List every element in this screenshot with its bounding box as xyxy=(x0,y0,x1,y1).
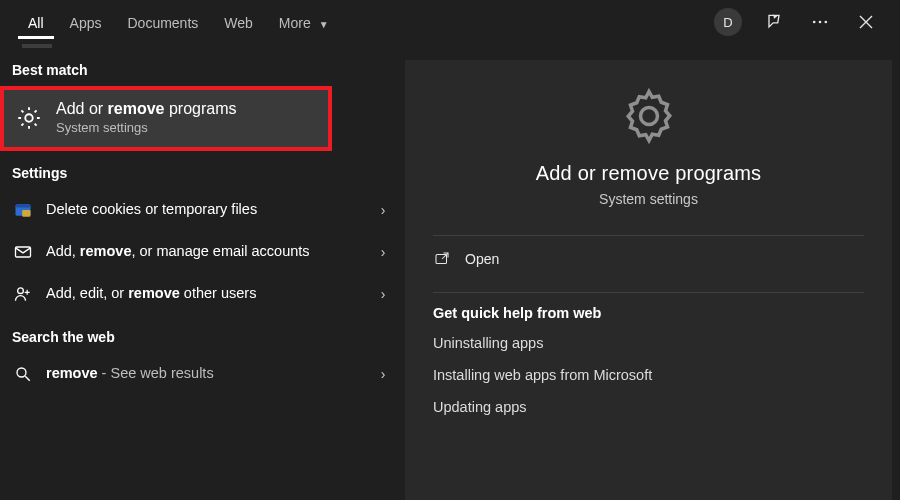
svg-rect-7 xyxy=(16,247,31,257)
svg-point-8 xyxy=(18,288,24,294)
quick-link-updating-apps[interactable]: Updating apps xyxy=(405,391,892,423)
quick-help-header: Get quick help from web xyxy=(405,293,892,327)
quick-link-uninstalling-apps[interactable]: Uninstalling apps xyxy=(405,327,892,359)
tab-more[interactable]: More ▼ xyxy=(269,5,339,39)
best-match-title-post: programs xyxy=(165,100,237,117)
tab-all[interactable]: All xyxy=(18,5,54,39)
open-action[interactable]: Open xyxy=(405,236,892,282)
best-match-subtitle: System settings xyxy=(56,120,237,135)
chevron-down-icon: ▼ xyxy=(319,19,329,30)
search-scope-tabs: All Apps Documents Web More ▼ xyxy=(18,5,339,39)
settings-item-delete-cookies[interactable]: Delete cookies or temporary files › xyxy=(0,189,405,231)
chevron-right-icon: › xyxy=(373,202,393,218)
preview-pane: Add or remove programs System settings O… xyxy=(405,60,892,500)
best-match-add-remove-programs[interactable]: Add or remove programs System settings xyxy=(0,86,332,151)
gear-icon xyxy=(617,84,681,148)
top-bar: All Apps Documents Web More ▼ D xyxy=(0,0,900,44)
feedback-icon[interactable] xyxy=(760,8,788,36)
settings-item-other-users[interactable]: Add, edit, or remove other users › xyxy=(0,273,405,315)
search-web-header: Search the web xyxy=(0,315,405,353)
svg-rect-5 xyxy=(16,204,31,207)
open-icon xyxy=(433,250,451,268)
top-right-icons: D xyxy=(714,8,894,36)
quick-link-installing-web-apps[interactable]: Installing web apps from Microsoft xyxy=(405,359,892,391)
tab-web[interactable]: Web xyxy=(214,5,263,39)
best-match-header: Best match xyxy=(0,48,405,86)
open-label: Open xyxy=(465,251,499,267)
more-options-icon[interactable] xyxy=(806,8,834,36)
web-result-label: remove - See web results xyxy=(46,364,361,384)
settings-item-label: Add, remove, or manage email accounts xyxy=(46,242,361,262)
mail-icon xyxy=(12,241,34,263)
web-result-remove[interactable]: remove - See web results › xyxy=(0,353,405,395)
svg-point-3 xyxy=(25,114,32,121)
gear-icon xyxy=(14,103,44,133)
main-content: Best match Add or remove programs System… xyxy=(0,48,900,500)
settings-header: Settings xyxy=(0,151,405,189)
best-match-text: Add or remove programs System settings xyxy=(56,100,237,135)
close-icon[interactable] xyxy=(852,8,880,36)
settings-item-label: Delete cookies or temporary files xyxy=(46,200,361,220)
svg-rect-6 xyxy=(22,210,30,217)
svg-point-1 xyxy=(819,21,822,24)
svg-point-10 xyxy=(640,108,657,125)
tab-more-label: More xyxy=(279,15,311,31)
tab-documents[interactable]: Documents xyxy=(117,5,208,39)
avatar[interactable]: D xyxy=(714,8,742,36)
search-icon xyxy=(12,363,34,385)
svg-point-0 xyxy=(813,21,816,24)
browser-cleanup-icon xyxy=(12,199,34,221)
settings-item-email-accounts[interactable]: Add, remove, or manage email accounts › xyxy=(0,231,405,273)
results-pane: Best match Add or remove programs System… xyxy=(0,48,405,500)
settings-item-label: Add, edit, or remove other users xyxy=(46,284,361,304)
users-icon xyxy=(12,283,34,305)
preview-title: Add or remove programs xyxy=(536,162,762,185)
tab-apps[interactable]: Apps xyxy=(60,5,112,39)
chevron-right-icon: › xyxy=(373,286,393,302)
svg-point-9 xyxy=(17,368,26,377)
preview-subtitle: System settings xyxy=(599,191,698,207)
chevron-right-icon: › xyxy=(373,244,393,260)
chevron-right-icon: › xyxy=(373,366,393,382)
svg-point-2 xyxy=(825,21,828,24)
best-match-title-bold: remove xyxy=(108,100,165,117)
best-match-title-pre: Add or xyxy=(56,100,108,117)
preview-hero: Add or remove programs System settings xyxy=(405,60,892,225)
